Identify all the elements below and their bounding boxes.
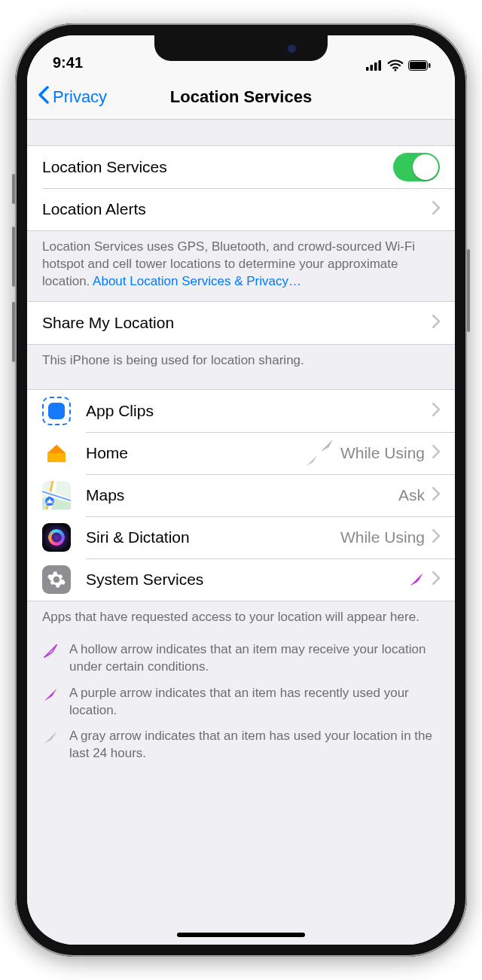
row-location-alerts[interactable]: Location Alerts [27,188,455,230]
volume-down-button [12,302,15,362]
chevron-right-icon [432,200,440,218]
svg-marker-18 [410,574,423,586]
screen: 9:41 Privacy Location Serv [27,35,455,945]
location-arrow-icon [408,571,425,588]
svg-rect-2 [374,62,377,71]
about-privacy-link[interactable]: About Location Services & Privacy… [93,274,301,288]
group-share-location: Share My Location [27,301,455,345]
app-value: While Using [340,528,425,546]
app-label: Maps [86,486,124,504]
status-time: 9:41 [53,54,83,72]
nav-bar: Privacy Location Services [27,75,455,120]
app-value: While Using [340,444,425,462]
legend-purple: A purple arrow indicates that an item ha… [27,680,455,724]
cellular-icon [366,60,383,71]
battery-icon [408,60,431,71]
location-arrow-icon [319,438,334,468]
legend-hollow: A hollow arrow indicates that an item ma… [27,637,455,680]
row-location-services-toggle[interactable]: Location Services [27,146,455,188]
status-indicators [366,59,431,72]
svg-rect-6 [429,63,431,68]
chevron-right-icon [432,528,440,546]
content: Location Services Location Alerts Locati… [27,120,455,945]
location-arrow-hollow-icon [42,643,59,676]
legend-text: A purple arrow indicates that an item ha… [69,685,440,720]
back-button[interactable]: Privacy [27,86,107,108]
legend-text: A gray arrow indicates that an item has … [69,728,440,762]
svg-rect-0 [366,67,369,71]
footer-share-location: This iPhone is being used for location s… [27,345,455,380]
group-apps: App Clips Home While Using [27,389,455,601]
notch [154,35,328,61]
chevron-right-icon [432,486,440,504]
footer-location-services: Location Services uses GPS, Bluetooth, a… [27,231,455,301]
home-app-icon [42,439,71,467]
footer-apps-header: Apps that have requested access to your … [27,601,455,637]
legend-gray: A gray arrow indicates that an item has … [27,723,455,767]
location-arrow-purple-icon [42,686,59,720]
legend-text: A hollow arrow indicates that an item ma… [69,641,440,676]
chevron-right-icon [432,314,440,332]
svg-text:280: 280 [46,500,54,504]
chevron-right-icon [432,571,440,589]
row-share-my-location[interactable]: Share My Location [27,302,455,344]
svg-marker-11 [306,455,317,466]
app-label: System Services [86,571,203,589]
app-label: App Clips [86,402,154,420]
chevron-right-icon [432,402,440,420]
maps-app-icon: 280 [42,481,71,510]
siri-app-icon [42,523,71,552]
row-siri[interactable]: Siri & Dictation While Using [27,516,455,558]
home-indicator [177,933,305,937]
chevron-right-icon [432,444,440,462]
chevron-left-icon [38,86,50,108]
app-clips-icon [42,397,71,425]
row-label: Share My Location [42,314,174,332]
svg-rect-1 [371,65,374,71]
svg-marker-21 [44,732,57,744]
power-button [467,249,470,332]
row-app-clips[interactable]: App Clips [27,390,455,432]
phone-frame: 9:41 Privacy Location Serv [15,23,467,957]
system-services-icon [42,565,71,594]
row-maps[interactable]: 280 Maps Ask [27,474,455,516]
row-label: Location Services [42,158,167,176]
app-value: Ask [398,486,425,504]
app-label: Siri & Dictation [86,528,190,546]
row-label: Location Alerts [42,200,146,218]
svg-rect-3 [379,60,382,71]
app-label: Home [86,444,128,462]
svg-rect-5 [410,62,426,69]
svg-marker-20 [44,688,57,701]
back-label: Privacy [53,87,107,107]
mute-switch [12,174,15,204]
group-location-services: Location Services Location Alerts [27,145,455,231]
row-home[interactable]: Home While Using [27,432,455,474]
toggle-switch[interactable] [393,153,440,181]
volume-up-button [12,227,15,287]
wifi-icon [387,59,404,72]
svg-marker-19 [44,644,57,657]
location-arrow-gray-icon [42,729,59,762]
row-system-services[interactable]: System Services [27,558,455,601]
